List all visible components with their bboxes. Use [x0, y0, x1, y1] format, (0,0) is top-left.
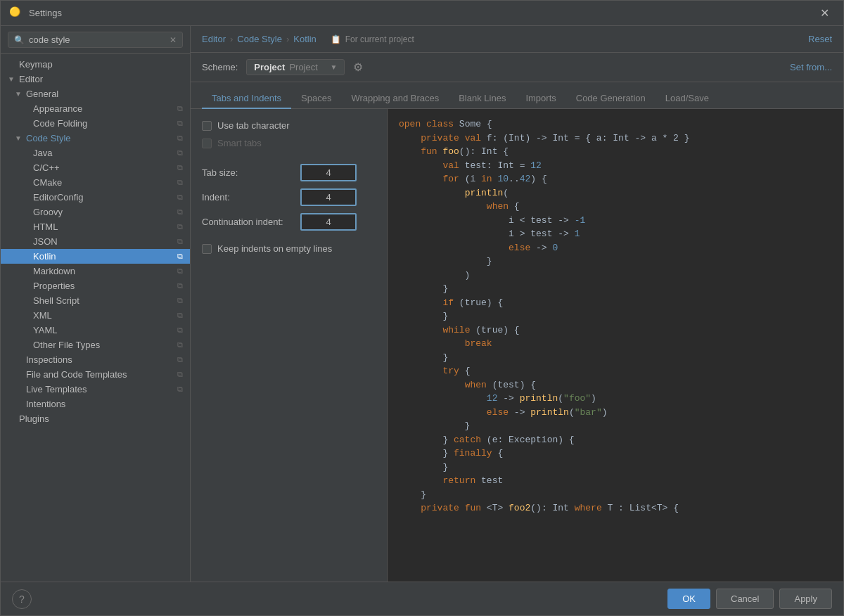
- sidebar-item-editor[interactable]: ▼Editor: [1, 72, 190, 86]
- continuation-indent-label: Continuation indent:: [202, 217, 300, 227]
- footer: ? OK Cancel Apply: [1, 582, 843, 615]
- code-line: if (true) {: [399, 296, 832, 310]
- sidebar-item-keymap[interactable]: Keymap: [1, 57, 190, 72]
- sidebar-item-code-folding[interactable]: Code Folding⧉: [1, 116, 190, 131]
- tab-spaces[interactable]: Spaces: [291, 89, 341, 109]
- sidebar-item-label-kotlin: Kotlin: [33, 251, 177, 262]
- sidebar-item-code-style[interactable]: ▼Code Style⧉: [1, 131, 190, 146]
- apply-button[interactable]: Apply: [779, 589, 832, 609]
- indent-row: Indent:: [202, 188, 376, 206]
- code-line: try {: [399, 364, 832, 378]
- tab-blank-lines[interactable]: Blank Lines: [449, 89, 516, 109]
- code-line: else -> println("bar"): [399, 406, 832, 420]
- copy-icon: ⧉: [177, 311, 183, 320]
- sidebar-item-label-shell-script: Shell Script: [33, 295, 177, 306]
- copy-icon: ⧉: [177, 148, 183, 158]
- sidebar-item-shell-script[interactable]: Shell Script⧉: [1, 293, 190, 308]
- search-input-wrap[interactable]: 🔍 ✕: [8, 32, 183, 48]
- sidebar-item-cmake[interactable]: CMake⧉: [1, 175, 190, 190]
- indent-label: Indent:: [202, 192, 300, 203]
- sidebar-item-label-live-templates: Live Templates: [26, 384, 177, 394]
- sidebar-item-general[interactable]: ▼General: [1, 86, 190, 101]
- sidebar-item-markdown[interactable]: Markdown⧉: [1, 264, 190, 278]
- close-button[interactable]: ✕: [814, 4, 835, 23]
- continuation-indent-row: Continuation indent:: [202, 213, 376, 231]
- keep-indents-row: Keep indents on empty lines: [202, 243, 376, 254]
- code-line: private fun <T> foo2(): Int where T : Li…: [399, 501, 832, 515]
- sidebar-item-java[interactable]: Java⧉: [1, 146, 190, 160]
- tab-code-generation[interactable]: Code Generation: [566, 89, 656, 109]
- ok-button[interactable]: OK: [667, 589, 710, 609]
- scheme-label: Scheme:: [202, 62, 238, 72]
- sidebar-item-appearance[interactable]: Appearance⧉: [1, 101, 190, 116]
- code-line: i < test -> -1: [399, 214, 832, 228]
- scheme-bold: Project: [254, 62, 285, 72]
- title-bar: 🟡 Settings ✕: [1, 1, 843, 26]
- expand-arrow-icon: ▼: [15, 134, 23, 142]
- settings-window: 🟡 Settings ✕ 🔍 ✕ Keymap▼Editor▼GeneralAp…: [0, 0, 844, 616]
- copy-icon: ⧉: [177, 355, 183, 364]
- use-tab-char-checkbox[interactable]: [202, 121, 212, 131]
- smart-tabs-checkbox[interactable]: [202, 139, 212, 148]
- cancel-button[interactable]: Cancel: [716, 589, 774, 609]
- sidebar-item-label-other-file-types: Other File Types: [33, 340, 177, 350]
- breadcrumb-project: 📋 For current project: [331, 34, 414, 44]
- sidebar-item-intentions[interactable]: Intentions: [1, 397, 190, 411]
- code-line: println(: [399, 186, 832, 200]
- keep-indents-label: Keep indents on empty lines: [217, 243, 332, 254]
- sidebar-item-xml[interactable]: XML⧉: [1, 308, 190, 323]
- sidebar-item-label-json: JSON: [33, 236, 177, 247]
- tab-tabs-indents[interactable]: Tabs and Indents: [202, 89, 291, 109]
- set-from-link[interactable]: Set from...: [790, 62, 832, 72]
- copy-icon: ⧉: [177, 207, 183, 217]
- sidebar-item-file-code-templates[interactable]: File and Code Templates⧉: [1, 367, 190, 382]
- sidebar-item-inspections[interactable]: Inspections⧉: [1, 352, 190, 367]
- sidebar-item-cpp[interactable]: C/C++⧉: [1, 160, 190, 175]
- reset-link[interactable]: Reset: [808, 34, 832, 44]
- copy-icon: ⧉: [177, 193, 183, 202]
- keep-indents-checkbox[interactable]: [202, 244, 212, 254]
- search-box: 🔍 ✕: [1, 26, 190, 54]
- continuation-indent-input[interactable]: [300, 213, 357, 231]
- tab-load-save[interactable]: Load/Save: [656, 89, 719, 109]
- sidebar-item-json[interactable]: JSON⧉: [1, 234, 190, 249]
- tabs-bar: Tabs and IndentsSpacesWrapping and Brace…: [191, 82, 843, 109]
- search-input[interactable]: [29, 34, 170, 45]
- tab-imports[interactable]: Imports: [516, 89, 565, 109]
- panel-body: Use tab character Smart tabs Tab size: I…: [191, 109, 843, 582]
- search-clear-icon[interactable]: ✕: [170, 35, 177, 45]
- use-tab-char-label: Use tab character: [217, 120, 290, 131]
- tab-size-input[interactable]: [300, 164, 357, 181]
- breadcrumb-editor[interactable]: Editor: [202, 34, 226, 44]
- help-button[interactable]: ?: [12, 589, 32, 609]
- scheme-dropdown[interactable]: Project Project ▼: [246, 59, 345, 75]
- code-line: }: [399, 351, 832, 365]
- project-label: For current project: [345, 34, 414, 44]
- sidebar-item-other-file-types[interactable]: Other File Types⧉: [1, 338, 190, 352]
- sidebar-item-plugins[interactable]: Plugins: [1, 411, 190, 426]
- sidebar-item-label-groovy: Groovy: [33, 207, 177, 217]
- code-line: } catch (e: Exception) {: [399, 433, 832, 447]
- code-line: i > test -> 1: [399, 227, 832, 241]
- indent-input[interactable]: [300, 188, 357, 206]
- sidebar-item-kotlin[interactable]: Kotlin⧉: [1, 249, 190, 264]
- sidebar-item-html[interactable]: HTML⧉: [1, 219, 190, 234]
- code-line: }: [399, 282, 832, 296]
- dropdown-arrow-icon: ▼: [330, 63, 337, 71]
- window-title: Settings: [29, 8, 814, 18]
- sidebar-item-properties[interactable]: Properties⧉: [1, 278, 190, 293]
- sidebar-item-yaml[interactable]: YAML⧉: [1, 323, 190, 338]
- copy-icon: ⧉: [177, 104, 183, 113]
- sidebar-item-groovy[interactable]: Groovy⧉: [1, 205, 190, 219]
- breadcrumb-code-style[interactable]: Code Style: [237, 34, 282, 44]
- scheme-gear-icon[interactable]: ⚙: [353, 60, 363, 74]
- copy-icon: ⧉: [177, 237, 183, 246]
- copy-icon: ⧉: [177, 267, 183, 276]
- sidebar-item-live-templates[interactable]: Live Templates⧉: [1, 382, 190, 397]
- smart-tabs-label: Smart tabs: [217, 138, 262, 148]
- copy-icon: ⧉: [177, 134, 183, 143]
- smart-tabs-row: Smart tabs: [202, 138, 376, 148]
- sidebar-item-editorconfig[interactable]: EditorConfig⧉: [1, 190, 190, 205]
- tab-wrapping[interactable]: Wrapping and Braces: [341, 89, 449, 109]
- code-line: open class Some {: [399, 117, 832, 131]
